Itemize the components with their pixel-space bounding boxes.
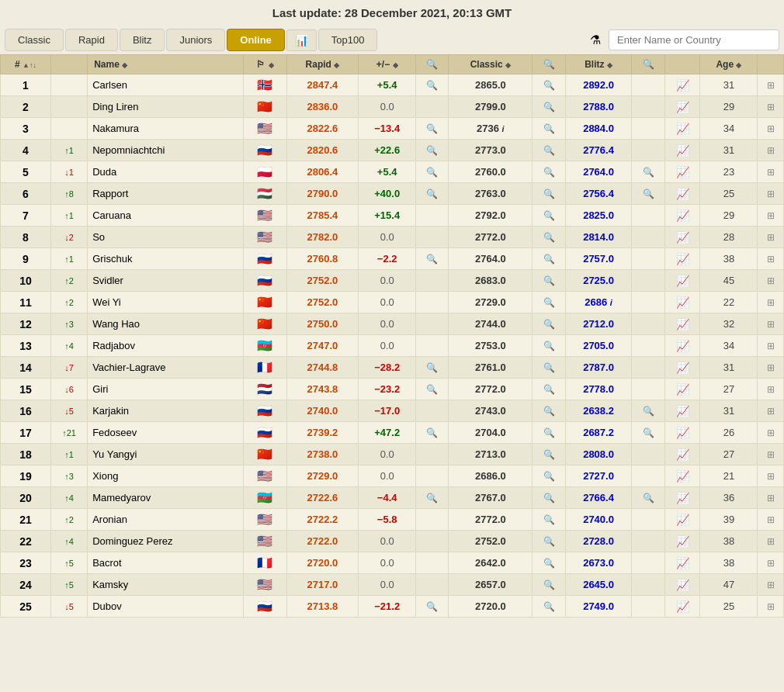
mini-chart[interactable]: 📈 xyxy=(664,161,700,183)
blitz-search-icon[interactable]: 🔍 xyxy=(632,183,664,205)
grid-icon[interactable]: ⊞ xyxy=(767,580,775,590)
mini-chart[interactable]: 📈 xyxy=(664,205,700,227)
classic-search-icon[interactable]: 🔍 xyxy=(416,161,449,183)
filter-icon[interactable]: ⚗ xyxy=(584,29,607,50)
search-icon[interactable]: 🔍 xyxy=(426,362,438,373)
col-name[interactable]: Name ◆ xyxy=(88,55,244,74)
grid-icon-cell[interactable]: ⊞ xyxy=(758,140,784,161)
player-name[interactable]: Bacrot xyxy=(88,552,244,574)
classic-search-icon[interactable]: 🔍 xyxy=(416,357,449,379)
chart-icon[interactable]: 📈 xyxy=(676,275,689,287)
grid-icon[interactable]: ⊞ xyxy=(767,514,775,525)
col-classic[interactable]: Classic ◆ xyxy=(449,55,532,74)
grid-icon-cell[interactable]: ⊞ xyxy=(758,292,784,313)
chart-icon[interactable]: 📈 xyxy=(676,166,689,178)
player-name[interactable]: Kamsky xyxy=(88,574,244,596)
grid-icon-cell[interactable]: ⊞ xyxy=(758,183,784,205)
player-name[interactable]: Rapport xyxy=(88,183,244,205)
grid-icon[interactable]: ⊞ xyxy=(767,297,775,308)
chart-icon[interactable]: 📈 xyxy=(676,101,689,113)
classic-search-icon[interactable]: 🔍 xyxy=(416,118,449,140)
grid-icon-cell[interactable]: ⊞ xyxy=(758,509,784,531)
grid-icon[interactable]: ⊞ xyxy=(767,80,775,91)
player-name[interactable]: Grischuk xyxy=(88,248,244,270)
grid-icon-cell[interactable]: ⊞ xyxy=(758,487,784,509)
tab-online[interactable]: Online xyxy=(227,29,284,51)
classic-search-icon[interactable]: 🔍 xyxy=(416,248,449,270)
grid-icon-cell[interactable]: ⊞ xyxy=(758,596,784,618)
col-age[interactable]: Age ◆ xyxy=(700,55,758,74)
mini-chart[interactable]: 📈 xyxy=(664,140,700,161)
grid-icon[interactable]: ⊞ xyxy=(767,341,775,351)
classic-search-icon[interactable]: 🔍 xyxy=(416,140,449,161)
mini-chart[interactable]: 📈 xyxy=(664,444,700,465)
chart-icon[interactable]: 📈 xyxy=(676,492,689,504)
col-rank[interactable]: # ▲↑↓ xyxy=(1,55,51,74)
chart-icon[interactable]: 📈 xyxy=(676,209,689,222)
grid-icon-cell[interactable]: ⊞ xyxy=(758,574,784,596)
mini-chart[interactable]: 📈 xyxy=(664,574,700,596)
col-flag[interactable]: 🏳 ◆ xyxy=(244,55,286,74)
grid-icon[interactable]: ⊞ xyxy=(767,102,775,112)
search-icon[interactable]: 🔍 xyxy=(426,167,438,178)
chart-icon[interactable]: 📈 xyxy=(676,362,689,374)
classic-search-icon[interactable]: 🔍 xyxy=(416,74,449,96)
chart-icon[interactable]: 📈 xyxy=(676,79,689,92)
search-icon[interactable]: 🔍 xyxy=(426,254,438,265)
grid-icon[interactable]: ⊞ xyxy=(767,232,775,243)
classic-search-icon[interactable]: 🔍 xyxy=(416,379,449,400)
chart-icon[interactable]: 📈 xyxy=(676,470,689,483)
search-icon[interactable]: 🔍 xyxy=(426,601,438,612)
grid-icon-cell[interactable]: ⊞ xyxy=(758,96,784,118)
search-icon[interactable]: 🔍 xyxy=(426,80,438,91)
tab-juniors[interactable]: Juniors xyxy=(166,29,225,51)
chart-icon[interactable]: 📈 xyxy=(676,405,689,417)
grid-icon-cell[interactable]: ⊞ xyxy=(758,465,784,487)
search-icon[interactable]: 🔍 xyxy=(643,406,654,417)
blitz-search-icon[interactable]: 🔍 xyxy=(632,422,664,444)
mini-chart[interactable]: 📈 xyxy=(664,379,700,400)
player-name[interactable]: Ding Liren xyxy=(88,96,244,118)
classic-search-icon[interactable]: 🔍 xyxy=(416,487,449,509)
grid-icon-cell[interactable]: ⊞ xyxy=(758,313,784,335)
mini-chart[interactable]: 📈 xyxy=(664,270,700,292)
search-icon[interactable]: 🔍 xyxy=(643,493,654,503)
mini-chart[interactable]: 📈 xyxy=(664,96,700,118)
chart-icon[interactable]: 📈 xyxy=(676,535,689,548)
search-icon[interactable]: 🔍 xyxy=(426,493,438,503)
player-name[interactable]: Caruana xyxy=(88,205,244,227)
grid-icon-cell[interactable]: ⊞ xyxy=(758,270,784,292)
grid-icon-cell[interactable]: ⊞ xyxy=(758,205,784,227)
col-rapid[interactable]: Rapid ◆ xyxy=(286,55,359,74)
classic-search-icon[interactable]: 🔍 xyxy=(416,596,449,618)
grid-icon[interactable]: ⊞ xyxy=(767,123,775,134)
tab-rapid[interactable]: Rapid xyxy=(65,29,118,51)
grid-icon-cell[interactable]: ⊞ xyxy=(758,357,784,379)
mini-chart[interactable]: 📈 xyxy=(664,227,700,248)
grid-icon-cell[interactable]: ⊞ xyxy=(758,531,784,552)
player-name[interactable]: So xyxy=(88,227,244,248)
search-icon[interactable]: 🔍 xyxy=(643,427,654,438)
player-name[interactable]: Fedoseev xyxy=(88,422,244,444)
mini-chart[interactable]: 📈 xyxy=(664,292,700,313)
player-name[interactable]: Aronian xyxy=(88,509,244,531)
grid-icon-cell[interactable]: ⊞ xyxy=(758,400,784,422)
grid-icon[interactable]: ⊞ xyxy=(767,362,775,373)
player-name[interactable]: Karjakin xyxy=(88,400,244,422)
chart-icon[interactable]: 📈 xyxy=(676,448,689,461)
player-name[interactable]: Nepomniachtchi xyxy=(88,140,244,161)
player-name[interactable]: Yu Yangyi xyxy=(88,444,244,465)
player-name[interactable]: Vachier-Lagrave xyxy=(88,357,244,379)
mini-chart[interactable]: 📈 xyxy=(664,74,700,96)
chart-icon[interactable]: 📈 xyxy=(676,557,689,569)
grid-icon[interactable]: ⊞ xyxy=(767,167,775,178)
chart-icon[interactable]: 📈 xyxy=(676,340,689,352)
player-name[interactable]: Wei Yi xyxy=(88,292,244,313)
blitz-search-icon[interactable]: 🔍 xyxy=(632,487,664,509)
mini-chart[interactable]: 📈 xyxy=(664,183,700,205)
grid-icon-cell[interactable]: ⊞ xyxy=(758,227,784,248)
grid-icon[interactable]: ⊞ xyxy=(767,558,775,569)
grid-icon[interactable]: ⊞ xyxy=(767,384,775,395)
chart-icon[interactable]: 📈 xyxy=(676,144,689,157)
grid-icon-cell[interactable]: ⊞ xyxy=(758,379,784,400)
